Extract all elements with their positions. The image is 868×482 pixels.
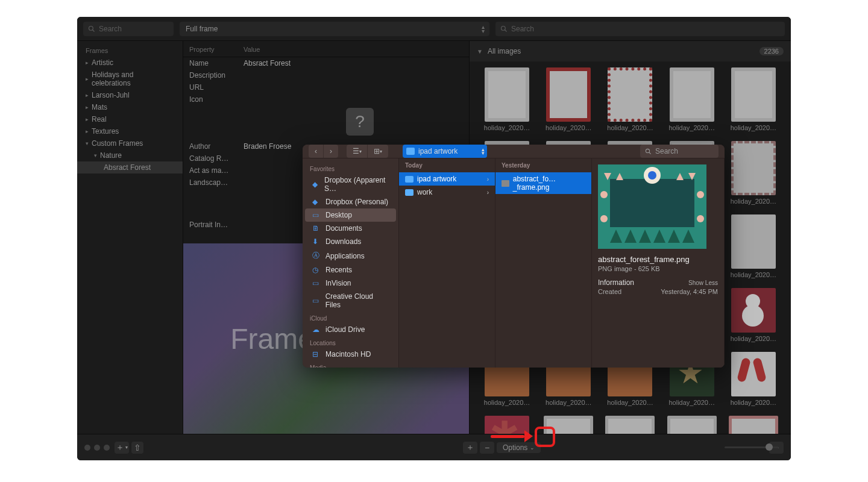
browser-col-1: Today ipad artwork› work›: [399, 158, 495, 368]
traffic-dot[interactable]: [104, 445, 110, 451]
icon-placeholder[interactable]: ?: [346, 108, 374, 136]
desktop-icon: ▭: [312, 211, 321, 219]
sidebar-item-real[interactable]: ▸Real: [77, 113, 183, 125]
svg-point-22: [600, 215, 608, 222]
thumb[interactable]: [485, 67, 529, 122]
zoom-slider[interactable]: [725, 446, 779, 448]
disclosure-icon: ▼: [477, 48, 483, 55]
folder-icon: [406, 148, 415, 155]
thumb[interactable]: [546, 67, 591, 122]
folder-work[interactable]: work›: [399, 186, 495, 199]
svg-point-0: [89, 26, 93, 30]
gallery-title: All images: [488, 47, 521, 55]
thumb[interactable]: [667, 416, 717, 434]
svg-line-1: [93, 30, 95, 31]
sidebar-item-nature[interactable]: ▾Nature: [77, 149, 183, 161]
topbar: Search Full frame ▴▾ Search: [77, 17, 791, 41]
sidebar-item-textures[interactable]: ▸Textures: [77, 125, 183, 137]
fav-documents[interactable]: 🗎Documents: [305, 222, 396, 235]
fav-dropbox1[interactable]: ◆Dropbox (Apparent S…: [305, 174, 396, 195]
nav-back-button[interactable]: ‹: [309, 145, 323, 158]
thumb[interactable]: [731, 141, 776, 195]
group-yesterday: Yesterday: [495, 158, 591, 172]
sidebar-search[interactable]: Search: [83, 22, 174, 36]
frame-type-selector[interactable]: Full frame ▴▾: [180, 22, 489, 36]
file-browser: Today ipad artwork› work› Yesterday abst…: [399, 158, 725, 368]
file-abstract-forest[interactable]: abstract_fo…_frame.png: [495, 172, 591, 194]
fav-cc[interactable]: ▭Creative Cloud Files: [305, 290, 396, 311]
view-grid-button[interactable]: ⊞ ▾: [368, 145, 388, 158]
dialog-toolbar: ‹ › ☰ ▾ ⊞ ▾ ipad artwork ▴▾ Search: [303, 145, 725, 158]
svg-rect-7: [610, 179, 694, 227]
sidebar-item-artistic[interactable]: ▸Artistic: [77, 57, 183, 69]
thumb[interactable]: [729, 416, 778, 434]
svg-point-4: [646, 149, 649, 152]
traffic-dot[interactable]: [94, 445, 100, 451]
props-col-property: Property: [183, 46, 244, 53]
fav-downloads[interactable]: ⬇Downloads: [305, 235, 396, 248]
props-header: Property Value: [183, 41, 469, 57]
thumb[interactable]: [605, 416, 655, 434]
thumb[interactable]: [731, 288, 776, 333]
show-less-button[interactable]: Show Less: [688, 280, 718, 286]
created-value: Yesterday, 4:45 PM: [661, 288, 718, 295]
sidebar-item-custom[interactable]: ▾Custom Frames: [77, 137, 183, 149]
svg-point-21: [697, 191, 704, 198]
fav-icloud[interactable]: ☁iCloud Drive: [305, 323, 396, 336]
folder-ipad-artwork[interactable]: ipad artwork›: [399, 172, 495, 186]
fav-dropbox2[interactable]: ◆Dropbox (Personal): [305, 195, 396, 208]
icloud-header: iCloud: [303, 311, 398, 323]
app-window: Search Full frame ▴▾ Search Frames ▸Arti…: [77, 17, 791, 460]
search-placeholder: Search: [99, 25, 122, 33]
sidebar-item-larson[interactable]: ▸Larson-Juhl: [77, 89, 183, 101]
share-button[interactable]: ⇧: [131, 442, 143, 454]
thumb[interactable]: [731, 67, 776, 122]
fav-invision[interactable]: ▭InVision: [305, 277, 396, 290]
annotation-highlight: [535, 427, 555, 447]
prop-icon[interactable]: [244, 95, 469, 104]
image-icon: [502, 180, 509, 187]
prop-url[interactable]: [244, 83, 469, 92]
remove-image-button[interactable]: −: [480, 442, 494, 454]
updown-icon: ▴▾: [482, 25, 485, 33]
updown-icon: ▴▾: [482, 148, 485, 155]
cloud-icon: ☁: [312, 325, 321, 334]
fav-recents[interactable]: ◷Recents: [305, 263, 396, 277]
dialog-sidebar: Favorites ◆Dropbox (Apparent S… ◆Dropbox…: [303, 158, 399, 368]
search-placeholder: Search: [511, 25, 534, 33]
dialog-search[interactable]: Search: [640, 145, 719, 158]
thumb[interactable]: [608, 67, 652, 122]
gallery-count: 2236: [760, 47, 784, 55]
add-frame-button[interactable]: ＋▾: [115, 442, 129, 454]
svg-point-20: [600, 191, 608, 198]
fav-macintosh[interactable]: ⊟Macintosh HD: [305, 348, 396, 361]
fav-applications[interactable]: ⒶApplications: [305, 248, 396, 263]
thumb[interactable]: [731, 214, 776, 269]
sidebar-item-mats[interactable]: ▸Mats: [77, 101, 183, 113]
fav-desktop[interactable]: ▭Desktop: [305, 208, 396, 222]
view-columns-button[interactable]: ☰ ▾: [347, 145, 367, 158]
sidebar-item-holidays[interactable]: ▸Holidays and celebrations: [77, 69, 183, 89]
browser-col-2: Yesterday abstract_fo…_frame.png: [495, 158, 592, 368]
thumb[interactable]: [670, 67, 714, 122]
download-icon: ⬇: [312, 237, 321, 246]
search-icon: [88, 25, 95, 33]
prop-name[interactable]: Absract Forest: [244, 59, 469, 67]
preview-filename: abstract_forest_frame.png: [598, 255, 718, 264]
traffic-dot[interactable]: [84, 445, 90, 451]
thumb[interactable]: [731, 352, 776, 396]
nav-forward-button[interactable]: ›: [324, 145, 338, 158]
prop-desc[interactable]: [244, 71, 469, 80]
path-selector[interactable]: ipad artwork ▴▾: [403, 145, 487, 158]
add-image-button[interactable]: ＋: [463, 442, 477, 454]
file-preview: abstract_forest_frame.png PNG image - 62…: [592, 158, 725, 368]
props-col-value: Value: [244, 46, 469, 53]
open-file-dialog: ‹ › ☰ ▾ ⊞ ▾ ipad artwork ▴▾ Search Favor…: [303, 145, 725, 368]
preview-thumbnail: [598, 164, 706, 249]
locations-header: Locations: [303, 336, 398, 348]
gallery-header[interactable]: ▼ All images 2236: [470, 41, 791, 61]
selector-value: Full frame: [186, 25, 218, 33]
gallery-search[interactable]: Search: [495, 22, 785, 36]
sidebar-item-abstract-forest[interactable]: Absract Forest: [77, 161, 183, 174]
dropbox-icon: ◆: [312, 180, 319, 189]
